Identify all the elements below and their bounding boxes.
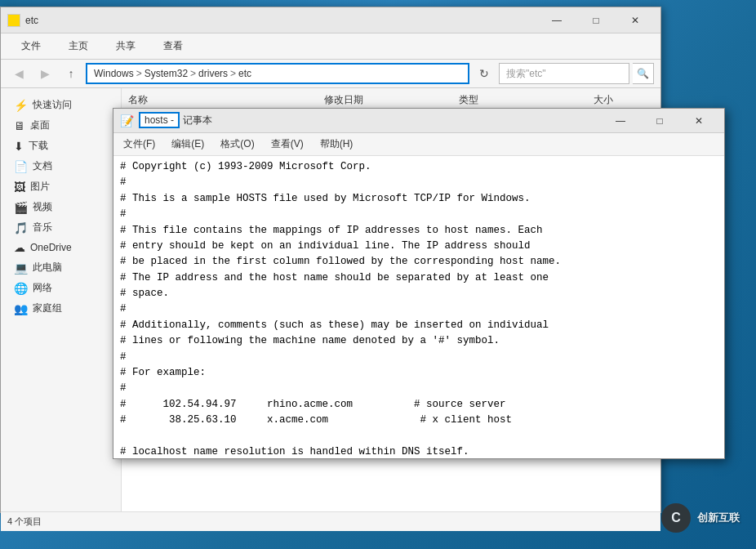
path-item-system32: System32 xyxy=(145,68,188,79)
hosts-title-highlight: hosts - xyxy=(139,112,180,128)
back-button[interactable]: ◀ xyxy=(7,64,30,83)
notepad-app-icon: 📝 xyxy=(120,114,134,127)
sidebar-item-thispc[interactable]: 💻 此电脑 xyxy=(1,257,121,278)
quickaccess-icon: ⚡ xyxy=(14,99,28,112)
hosts-file-text: # Copyright (c) 1993-2009 Microsoft Corp… xyxy=(120,159,718,455)
status-text: 4 个项目 xyxy=(7,516,42,528)
col-header-modified[interactable]: 修改日期 xyxy=(318,92,452,109)
sidebar-item-onedrive[interactable]: ☁ OneDrive xyxy=(1,238,121,257)
up-button[interactable]: ↑ xyxy=(60,64,82,83)
ribbon: 文件 主页 共享 查看 xyxy=(1,33,660,60)
notepad-minimize-button[interactable]: — xyxy=(602,112,639,130)
search-icon[interactable]: 🔍 xyxy=(633,63,654,84)
sidebar-item-music[interactable]: 🎵 音乐 xyxy=(1,217,121,238)
sidebar-item-network[interactable]: 🌐 网络 xyxy=(1,278,121,298)
network-icon: 🌐 xyxy=(14,282,28,295)
notepad-close-button[interactable]: ✕ xyxy=(680,112,718,130)
sidebar-item-documents[interactable]: 📄 文档 xyxy=(1,156,121,176)
menu-help[interactable]: 帮助(H) xyxy=(314,135,360,154)
col-header-type[interactable]: 类型 xyxy=(452,92,587,109)
tab-share[interactable]: 共享 xyxy=(102,33,149,59)
tab-file[interactable]: 文件 xyxy=(7,33,55,59)
documents-icon: 📄 xyxy=(14,160,28,173)
path-sep-3: > xyxy=(230,68,236,79)
search-input[interactable]: 搜索"etc" xyxy=(499,63,629,84)
sidebar-item-homegroup[interactable]: 👥 家庭组 xyxy=(1,298,121,319)
homegroup-icon: 👥 xyxy=(14,302,28,315)
sidebar: ⚡ 快速访问 🖥 桌面 ⬇ 下载 📄 文档 🖼 图片 🎬 视频 xyxy=(1,88,122,511)
menu-format[interactable]: 格式(O) xyxy=(214,135,260,154)
onedrive-icon: ☁ xyxy=(14,241,25,254)
menu-file[interactable]: 文件(F) xyxy=(117,135,162,154)
sidebar-item-videos[interactable]: 🎬 视频 xyxy=(1,197,121,217)
videos-icon: 🎬 xyxy=(14,201,28,214)
col-header-size[interactable]: 大小 xyxy=(587,92,661,109)
address-path[interactable]: Windows > System32 > drivers > etc xyxy=(86,63,469,84)
status-bar: 4 个项目 xyxy=(1,511,660,531)
path-item-windows: Windows xyxy=(94,68,134,79)
path-sep-2: > xyxy=(190,68,196,79)
desktop-icon: 🖥 xyxy=(14,119,25,132)
explorer-minimize-button[interactable]: — xyxy=(538,11,576,30)
sidebar-item-pictures[interactable]: 🖼 图片 xyxy=(1,176,121,197)
notepad-menu: 文件(F) 编辑(E) 格式(O) 查看(V) 帮助(H) xyxy=(113,133,724,156)
tab-view[interactable]: 查看 xyxy=(149,33,197,59)
address-bar: ◀ ▶ ↑ Windows > System32 > drivers > etc… xyxy=(1,60,660,88)
path-item-etc: etc xyxy=(238,68,251,79)
notepad-controls: — □ ✕ xyxy=(602,112,718,130)
pictures-icon: 🖼 xyxy=(14,181,25,194)
explorer-titlebar: etc — □ ✕ xyxy=(1,7,660,33)
downloads-icon: ⬇ xyxy=(14,140,24,153)
notepad-content[interactable]: # Copyright (c) 1993-2009 Microsoft Corp… xyxy=(113,156,724,455)
notepad-title-left: 📝 hosts -记事本 xyxy=(120,114,212,127)
path-sep-1: > xyxy=(136,68,142,79)
notepad-maximize-button[interactable]: □ xyxy=(641,112,678,130)
sidebar-item-downloads[interactable]: ⬇ 下载 xyxy=(1,136,121,156)
sidebar-item-quickaccess[interactable]: ⚡ 快速访问 xyxy=(1,95,121,115)
explorer-title-left: etc xyxy=(7,14,38,27)
menu-edit[interactable]: 编辑(E) xyxy=(165,135,211,154)
path-item-drivers: drivers xyxy=(198,68,228,79)
tab-home[interactable]: 主页 xyxy=(55,33,102,59)
search-placeholder: 搜索"etc" xyxy=(506,67,546,81)
music-icon: 🎵 xyxy=(14,221,28,234)
notepad-window: 📝 hosts -记事本 — □ ✕ 文件(F) 编辑(E) 格式(O) 查看(… xyxy=(113,108,725,459)
explorer-maximize-button[interactable]: □ xyxy=(577,11,615,30)
explorer-title-text: etc xyxy=(25,15,38,26)
notepad-suffix: 记事本 xyxy=(183,114,212,126)
ribbon-tabs: 文件 主页 共享 查看 xyxy=(1,33,660,59)
sidebar-item-desktop[interactable]: 🖥 桌面 xyxy=(1,115,121,136)
col-header-name[interactable]: 名称 xyxy=(122,92,318,109)
notepad-title: hosts -记事本 xyxy=(139,114,212,127)
logo-text: 创新互联 xyxy=(697,511,740,525)
thispc-icon: 💻 xyxy=(14,261,28,274)
refresh-button[interactable]: ↻ xyxy=(473,63,496,84)
folder-icon xyxy=(7,14,20,27)
logo-watermark: C 创新互联 xyxy=(661,503,740,533)
logo-icon: C xyxy=(661,503,691,533)
notepad-titlebar: 📝 hosts -记事本 — □ ✕ xyxy=(113,109,724,133)
menu-view[interactable]: 查看(V) xyxy=(265,135,310,154)
explorer-window-controls: — □ ✕ xyxy=(538,11,654,30)
explorer-close-button[interactable]: ✕ xyxy=(616,11,654,30)
forward-button[interactable]: ▶ xyxy=(33,64,56,83)
